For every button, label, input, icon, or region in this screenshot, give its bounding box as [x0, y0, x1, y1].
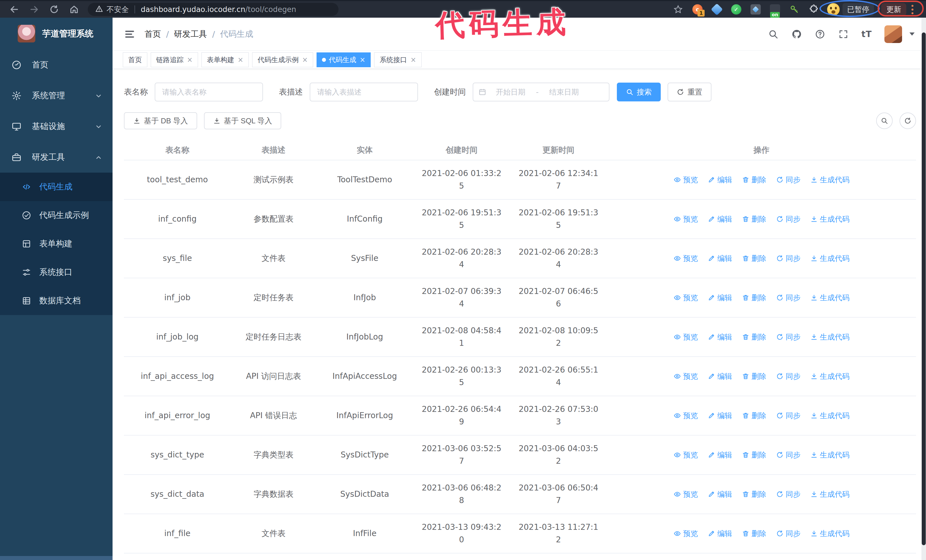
- generate-code-link[interactable]: 生成代码: [810, 213, 850, 225]
- import-sql-button[interactable]: 基于 SQL 导入: [204, 112, 281, 129]
- sync-link[interactable]: 同步: [776, 448, 800, 461]
- delete-link[interactable]: 删除: [742, 252, 766, 265]
- bookmark-star-icon[interactable]: [672, 3, 684, 15]
- sync-link[interactable]: 同步: [776, 174, 800, 186]
- breadcrumb-home[interactable]: 首页: [144, 29, 161, 40]
- delete-link[interactable]: 删除: [742, 527, 766, 540]
- delete-link[interactable]: 删除: [742, 174, 766, 186]
- edit-link[interactable]: 编辑: [708, 213, 732, 225]
- end-date-input[interactable]: [540, 88, 588, 97]
- date-range-picker[interactable]: -: [473, 83, 610, 101]
- tab-tracing[interactable]: 链路追踪×: [151, 53, 198, 67]
- browser-update-button[interactable]: 更新: [881, 3, 906, 16]
- sidebar-fold-icon[interactable]: [124, 29, 135, 40]
- delete-link[interactable]: 删除: [742, 213, 766, 225]
- generate-code-link[interactable]: 生成代码: [810, 291, 850, 304]
- avatar-caret-icon[interactable]: [909, 32, 915, 36]
- preview-link[interactable]: 预览: [673, 409, 698, 422]
- delete-link[interactable]: 删除: [742, 331, 766, 343]
- close-tab-icon[interactable]: ×: [302, 56, 308, 63]
- close-tab-icon[interactable]: ×: [238, 56, 243, 63]
- extension-icon-6[interactable]: [788, 3, 800, 15]
- edit-link[interactable]: 编辑: [708, 331, 732, 343]
- search-button[interactable]: 搜索: [617, 83, 661, 101]
- delete-link[interactable]: 删除: [742, 291, 766, 304]
- close-tab-icon[interactable]: ×: [187, 56, 193, 63]
- edit-link[interactable]: 编辑: [708, 527, 732, 540]
- sync-link[interactable]: 同步: [776, 409, 800, 422]
- delete-link[interactable]: 删除: [742, 448, 766, 461]
- preview-link[interactable]: 预览: [673, 291, 698, 304]
- tab-system-api[interactable]: 系统接口×: [374, 53, 421, 67]
- generate-code-link[interactable]: 生成代码: [810, 370, 850, 383]
- edit-link[interactable]: 编辑: [708, 488, 732, 500]
- breadcrumb-devtools[interactable]: 研发工具: [174, 29, 207, 40]
- sync-link[interactable]: 同步: [776, 488, 800, 500]
- sidebar-item-codegen[interactable]: 代码生成: [0, 173, 112, 201]
- generate-code-link[interactable]: 生成代码: [810, 488, 850, 500]
- delete-link[interactable]: 删除: [742, 370, 766, 383]
- reset-button[interactable]: 重置: [667, 83, 711, 101]
- edit-link[interactable]: 编辑: [708, 174, 732, 186]
- browser-forward-icon[interactable]: [29, 4, 40, 15]
- delete-link[interactable]: 删除: [742, 488, 766, 500]
- sync-link[interactable]: 同步: [776, 331, 800, 343]
- browser-home-icon[interactable]: [68, 4, 80, 15]
- sync-link[interactable]: 同步: [776, 527, 800, 540]
- scrollbar-thumb[interactable]: [922, 32, 926, 545]
- sidebar-item-system[interactable]: 系统管理: [0, 80, 112, 111]
- edit-link[interactable]: 编辑: [708, 448, 732, 461]
- generate-code-link[interactable]: 生成代码: [810, 527, 850, 540]
- browser-menu-icon[interactable]: [910, 4, 915, 15]
- extension-icon-3[interactable]: ✓: [730, 3, 742, 15]
- generate-code-link[interactable]: 生成代码: [810, 331, 850, 343]
- preview-link[interactable]: 预览: [673, 448, 698, 461]
- address-bar[interactable]: 不安全 dashboard.yudao.iocoder.cn/tool/code…: [88, 3, 339, 16]
- preview-link[interactable]: 预览: [673, 527, 698, 540]
- table-name-input[interactable]: [155, 83, 263, 101]
- extension-icon-5[interactable]: on: [769, 3, 781, 15]
- help-icon[interactable]: [815, 29, 825, 39]
- tab-form-builder[interactable]: 表单构建×: [201, 53, 249, 67]
- tab-home[interactable]: 首页: [123, 53, 147, 67]
- generate-code-link[interactable]: 生成代码: [810, 409, 850, 422]
- profile-paused-chip[interactable]: 已暂停: [827, 3, 874, 16]
- preview-link[interactable]: 预览: [673, 213, 698, 225]
- toggle-search-button[interactable]: [876, 113, 893, 129]
- preview-link[interactable]: 预览: [673, 331, 698, 343]
- tab-codegen[interactable]: 代码生成×: [316, 53, 371, 67]
- sidebar-item-devtools[interactable]: 研发工具: [0, 142, 112, 173]
- import-db-button[interactable]: 基于 DB 导入: [124, 112, 197, 129]
- preview-link[interactable]: 预览: [673, 370, 698, 383]
- fullscreen-icon[interactable]: [838, 29, 849, 39]
- extensions-puzzle-icon[interactable]: [808, 3, 820, 15]
- sidebar-item-db-doc[interactable]: 数据库文档: [0, 287, 112, 315]
- generate-code-link[interactable]: 生成代码: [810, 448, 850, 461]
- preview-link[interactable]: 预览: [673, 252, 698, 265]
- sidebar-item-form-builder[interactable]: 表单构建: [0, 229, 112, 258]
- extension-icon-4[interactable]: [750, 3, 762, 15]
- sidebar-item-infra[interactable]: 基础设施: [0, 111, 112, 142]
- sync-link[interactable]: 同步: [776, 252, 800, 265]
- tab-codegen-example[interactable]: 代码生成示例×: [252, 53, 313, 67]
- close-tab-icon[interactable]: ×: [410, 56, 416, 63]
- edit-link[interactable]: 编辑: [708, 409, 732, 422]
- header-search-icon[interactable]: [768, 29, 779, 39]
- table-desc-input[interactable]: [310, 83, 418, 101]
- github-icon[interactable]: [791, 29, 802, 39]
- sidebar-item-system-api[interactable]: 系统接口: [0, 258, 112, 287]
- sidebar-item-codegen-example[interactable]: 代码生成示例: [0, 201, 112, 229]
- preview-link[interactable]: 预览: [673, 174, 698, 186]
- sidebar-item-home[interactable]: 首页: [0, 50, 112, 80]
- edit-link[interactable]: 编辑: [708, 252, 732, 265]
- delete-link[interactable]: 删除: [742, 409, 766, 422]
- generate-code-link[interactable]: 生成代码: [810, 252, 850, 265]
- edit-link[interactable]: 编辑: [708, 291, 732, 304]
- user-avatar[interactable]: [884, 25, 902, 43]
- preview-link[interactable]: 预览: [673, 488, 698, 500]
- sync-link[interactable]: 同步: [776, 291, 800, 304]
- extension-icon-2[interactable]: [711, 3, 723, 15]
- browser-reload-icon[interactable]: [48, 4, 60, 15]
- sidebar-logo[interactable]: 芋道管理系统: [0, 18, 112, 50]
- browser-back-icon[interactable]: [9, 4, 20, 15]
